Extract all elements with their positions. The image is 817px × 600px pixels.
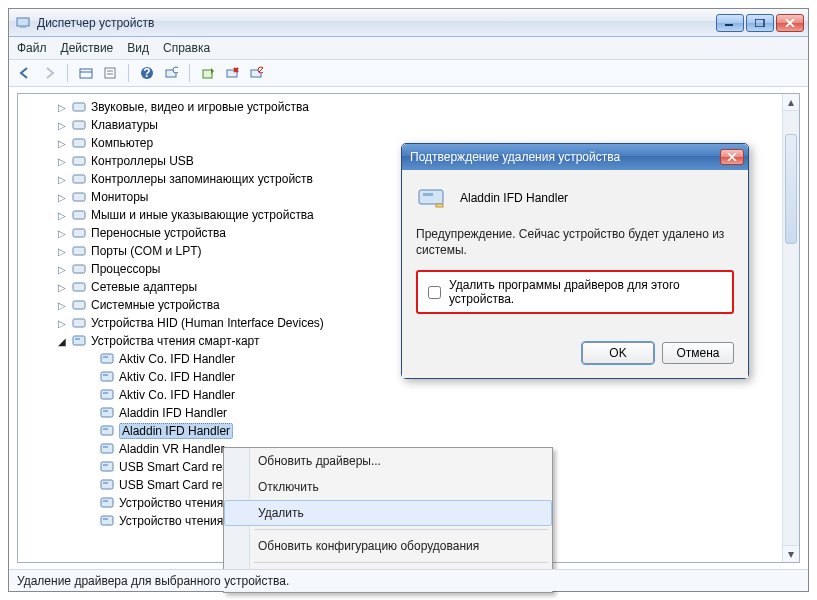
collapse-arrow-icon[interactable]: ◢ [56, 336, 67, 347]
scroll-down-arrow-icon[interactable]: ▾ [783, 545, 799, 562]
expand-placeholder [84, 354, 95, 365]
svg-rect-45 [101, 462, 113, 471]
svg-rect-46 [103, 464, 108, 466]
smartcard-device[interactable]: Aladdin IFD Handler [26, 404, 797, 422]
device-category-icon [71, 243, 87, 259]
back-button[interactable] [15, 63, 35, 83]
properties-icon[interactable] [100, 63, 120, 83]
close-button[interactable] [776, 14, 804, 32]
window-titlebar: Диспетчер устройств [9, 9, 808, 37]
minimize-button[interactable] [716, 14, 744, 32]
dialog-title: Подтверждение удаления устройства [410, 150, 620, 164]
context-menu-separator [254, 562, 548, 563]
disable-icon[interactable] [246, 63, 266, 83]
smartcard-device-label: Aladdin IFD Handler [119, 423, 233, 439]
forward-button[interactable] [39, 63, 59, 83]
expand-arrow-icon[interactable]: ▷ [56, 174, 67, 185]
expand-arrow-icon[interactable]: ▷ [56, 192, 67, 203]
expand-placeholder [84, 426, 95, 437]
smartcard-device[interactable]: Aladdin IFD Handler [26, 422, 797, 440]
dialog-cancel-button[interactable]: Отмена [662, 342, 734, 364]
menu-help[interactable]: Справка [163, 41, 210, 55]
expand-arrow-icon[interactable]: ▷ [56, 210, 67, 221]
expand-arrow-icon[interactable]: ▷ [56, 264, 67, 275]
scan-hardware-icon[interactable] [161, 63, 181, 83]
device-category-label: Системные устройства [91, 298, 220, 312]
dialog-titlebar: Подтверждение удаления устройства [402, 144, 748, 170]
device-category-label: Сетевые адаптеры [91, 280, 197, 294]
smartcard-device-icon [99, 351, 115, 367]
device-category-label: Контроллеры запоминающих устройств [91, 172, 313, 186]
svg-rect-29 [73, 301, 85, 309]
menu-view[interactable]: Вид [127, 41, 149, 55]
svg-rect-3 [755, 19, 764, 27]
uninstall-icon[interactable] [222, 63, 242, 83]
delete-driver-software-checkbox-row[interactable]: Удалить программы драйверов для этого ус… [416, 270, 734, 314]
svg-rect-21 [73, 157, 85, 165]
device-category-label: Мониторы [91, 190, 148, 204]
svg-rect-2 [725, 24, 733, 26]
expand-placeholder [84, 408, 95, 419]
expand-arrow-icon[interactable]: ▷ [56, 318, 67, 329]
ctx-delete[interactable]: Удалить [224, 500, 552, 526]
dialog-ok-button[interactable]: OK [582, 342, 654, 364]
menu-file[interactable]: Файл [17, 41, 47, 55]
maximize-button[interactable] [746, 14, 774, 32]
svg-rect-33 [101, 354, 113, 363]
device-category[interactable]: ▷Звуковые, видео и игровые устройства [26, 98, 797, 116]
smartcard-device-icon [99, 459, 115, 475]
device-category-icon [71, 225, 87, 241]
svg-rect-18 [73, 103, 85, 111]
expand-arrow-icon[interactable]: ▷ [56, 102, 67, 113]
expand-arrow-icon[interactable]: ▷ [56, 300, 67, 311]
expand-arrow-icon[interactable]: ▷ [56, 282, 67, 293]
delete-driver-software-checkbox[interactable] [428, 286, 441, 299]
expand-arrow-icon[interactable]: ▷ [56, 228, 67, 239]
toolbar-separator [189, 64, 190, 82]
svg-rect-1 [20, 26, 26, 28]
smartcard-device-icon [99, 513, 115, 529]
svg-rect-20 [73, 139, 85, 147]
expand-arrow-icon[interactable]: ▷ [56, 138, 67, 149]
smartcard-device-icon [99, 423, 115, 439]
device-category-icon [71, 189, 87, 205]
dialog-close-button[interactable] [720, 149, 744, 165]
menu-action[interactable]: Действие [61, 41, 114, 55]
svg-rect-25 [73, 229, 85, 237]
smartcard-device-icon [99, 387, 115, 403]
delete-driver-software-label: Удалить программы драйверов для этого ус… [449, 278, 722, 306]
scrollbar-thumb[interactable] [785, 134, 797, 244]
expand-placeholder [84, 390, 95, 401]
device-category-icon [71, 297, 87, 313]
svg-rect-30 [73, 319, 85, 327]
help-icon[interactable]: ? [137, 63, 157, 83]
expand-arrow-icon[interactable]: ▷ [56, 120, 67, 131]
update-driver-icon[interactable] [198, 63, 218, 83]
svg-rect-31 [73, 336, 85, 345]
confirm-uninstall-dialog: Подтверждение удаления устройства Aladdi… [401, 143, 749, 379]
window-title: Диспетчер устройств [37, 16, 154, 30]
toolbar-separator [67, 64, 68, 82]
scroll-up-arrow-icon[interactable]: ▴ [783, 94, 799, 111]
svg-rect-22 [73, 175, 85, 183]
ctx-update-drivers[interactable]: Обновить драйверы... [224, 448, 552, 474]
menubar: Файл Действие Вид Справка [9, 37, 808, 60]
expand-arrow-icon[interactable]: ▷ [56, 246, 67, 257]
show-hidden-icon[interactable] [76, 63, 96, 83]
smartcard-device-icon [99, 477, 115, 493]
svg-rect-24 [73, 211, 85, 219]
smartcard-device[interactable]: Aktiv Co. IFD Handler [26, 386, 797, 404]
smartcard-device-icon [99, 369, 115, 385]
ctx-refresh-hardware[interactable]: Обновить конфигурацию оборудования [224, 533, 552, 559]
svg-rect-28 [73, 283, 85, 291]
device-category[interactable]: ▷Клавиатуры [26, 116, 797, 134]
svg-rect-44 [103, 446, 108, 448]
expand-placeholder [84, 372, 95, 383]
ctx-disable[interactable]: Отключить [224, 474, 552, 500]
vertical-scrollbar[interactable]: ▴ ▾ [782, 94, 799, 562]
smartcard-device-label: USB Smart Card read [119, 478, 236, 492]
svg-rect-19 [73, 121, 85, 129]
expand-arrow-icon[interactable]: ▷ [56, 156, 67, 167]
expand-placeholder [84, 516, 95, 527]
device-category-label: Переносные устройства [91, 226, 226, 240]
